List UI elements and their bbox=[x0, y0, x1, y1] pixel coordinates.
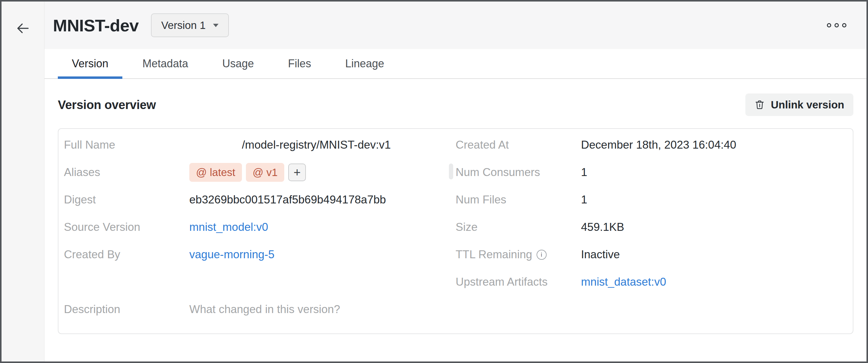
alias-chip-v1[interactable]: @ v1 bbox=[246, 163, 284, 182]
field-label: Aliases bbox=[64, 166, 189, 179]
info-icon[interactable] bbox=[536, 250, 547, 260]
created-at-value: December 18th, 2023 16:04:40 bbox=[581, 139, 736, 151]
version-selector-label: Version 1 bbox=[161, 19, 206, 31]
empty-row bbox=[64, 268, 456, 296]
ellipsis-icon bbox=[827, 23, 831, 27]
digest-value: eb3269bbc001517af5b69b494178a7bb bbox=[189, 193, 386, 206]
num-consumers-value: 1 bbox=[581, 166, 587, 179]
source-version-link[interactable]: mnist_model:v0 bbox=[189, 221, 268, 234]
field-row-created-at: Created At December 18th, 2023 16:04:40 bbox=[456, 131, 853, 159]
content-area: Version overview Unlink version Full Nam… bbox=[44, 79, 866, 334]
field-label: TTL Remaining bbox=[456, 248, 581, 261]
alias-chip-latest[interactable]: @ latest bbox=[189, 163, 242, 182]
field-row-digest: Digest eb3269bbc001517af5b69b494178a7bb bbox=[64, 186, 456, 213]
field-label: Upstream Artifacts bbox=[456, 276, 581, 289]
field-label: Digest bbox=[64, 193, 189, 206]
overview-right-column: Created At December 18th, 2023 16:04:40 … bbox=[456, 131, 853, 323]
field-label: Created By bbox=[64, 248, 189, 261]
upstream-artifact-link[interactable]: mnist_dataset:v0 bbox=[581, 276, 666, 289]
field-label: Size bbox=[456, 221, 581, 234]
ttl-value: Inactive bbox=[581, 248, 620, 261]
trash-icon bbox=[754, 99, 765, 110]
field-row-num-files: Num Files 1 bbox=[456, 186, 853, 213]
field-row-num-consumers: Num Consumers 1 bbox=[456, 159, 853, 186]
header: MNIST-dev Version 1 bbox=[44, 2, 866, 49]
field-label: Num Files bbox=[456, 193, 581, 206]
app-window: MNIST-dev Version 1 Version Metadata Usa… bbox=[0, 0, 868, 363]
add-alias-button[interactable]: + bbox=[288, 163, 306, 181]
num-files-value: 1 bbox=[581, 193, 587, 206]
version-selector[interactable]: Version 1 bbox=[151, 13, 229, 37]
tab-version[interactable]: Version bbox=[58, 49, 122, 78]
section-title: Version overview bbox=[58, 98, 156, 112]
unlink-version-button[interactable]: Unlink version bbox=[745, 93, 854, 116]
field-label: Source Version bbox=[64, 221, 189, 234]
field-row-size: Size 459.1KB bbox=[456, 213, 853, 241]
ttl-label-text: TTL Remaining bbox=[456, 248, 532, 261]
description-input[interactable]: What changed in this version? bbox=[189, 303, 340, 316]
tab-lineage[interactable]: Lineage bbox=[331, 49, 398, 78]
chevron-down-icon bbox=[213, 24, 219, 27]
overview-left-column: Full Name /model-registry/MNIST-dev:v1 A… bbox=[58, 131, 456, 323]
version-overview-card: Full Name /model-registry/MNIST-dev:v1 A… bbox=[58, 128, 854, 334]
ellipsis-icon bbox=[835, 23, 839, 27]
field-row-upstream-artifacts: Upstream Artifacts mnist_dataset:v0 bbox=[456, 268, 853, 296]
tab-usage[interactable]: Usage bbox=[208, 49, 268, 78]
field-row-aliases: Aliases @ latest @ v1 + bbox=[64, 159, 456, 186]
tab-files[interactable]: Files bbox=[274, 49, 325, 78]
created-by-link[interactable]: vague-morning-5 bbox=[189, 248, 275, 261]
overflow-menu-button[interactable] bbox=[825, 21, 849, 30]
field-label: Description bbox=[64, 303, 189, 316]
field-row-source-version: Source Version mnist_model:v0 bbox=[64, 213, 456, 241]
field-label: Num Consumers bbox=[456, 166, 581, 179]
main-panel: MNIST-dev Version 1 Version Metadata Usa… bbox=[44, 2, 866, 361]
left-rail bbox=[2, 2, 44, 361]
field-row-ttl: TTL Remaining Inactive bbox=[456, 241, 853, 268]
field-row-full-name: Full Name /model-registry/MNIST-dev:v1 bbox=[64, 131, 456, 159]
field-row-created-by: Created By vague-morning-5 bbox=[64, 241, 456, 268]
scrollbar-thumb[interactable] bbox=[449, 163, 453, 179]
field-label: Full Name bbox=[64, 139, 189, 151]
back-button[interactable] bbox=[14, 19, 32, 37]
field-label: Created At bbox=[456, 139, 581, 151]
field-row-description: Description What changed in this version… bbox=[64, 296, 456, 323]
section-header-row: Version overview Unlink version bbox=[58, 93, 854, 116]
back-arrow-icon bbox=[15, 21, 31, 36]
full-name-value: /model-registry/MNIST-dev:v1 bbox=[189, 139, 456, 151]
unlink-version-label: Unlink version bbox=[771, 99, 844, 111]
artifact-title: MNIST-dev bbox=[53, 16, 139, 35]
size-value: 459.1KB bbox=[581, 221, 624, 234]
alias-chip-list: @ latest @ v1 + bbox=[189, 163, 306, 182]
ellipsis-icon bbox=[842, 23, 846, 27]
tab-metadata[interactable]: Metadata bbox=[128, 49, 202, 78]
tab-bar: Version Metadata Usage Files Lineage bbox=[44, 49, 866, 79]
